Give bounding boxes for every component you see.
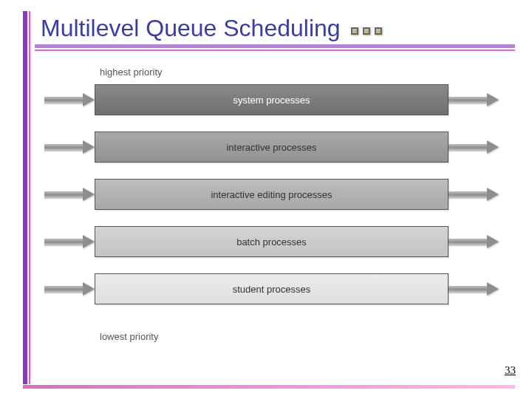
slide-title: Multilevel Queue Scheduling — [41, 15, 341, 42]
arrow-in-icon — [44, 237, 95, 246]
arrow-out-icon — [449, 190, 499, 199]
queue-label: system processes — [233, 95, 310, 106]
queue-label: student processes — [233, 284, 311, 295]
queue-row: system processes — [44, 83, 499, 117]
slide: Multilevel Queue Scheduling highest prio… — [0, 0, 532, 399]
arrow-in-icon — [44, 143, 95, 151]
vertical-accent-purple — [23, 11, 27, 384]
queue-box-student: student processes — [95, 273, 449, 304]
arrow-in-icon — [44, 284, 95, 293]
page-number: 33 — [505, 364, 516, 377]
arrow-out-icon — [449, 237, 499, 246]
arrow-out-icon — [449, 143, 499, 151]
queue-row: batch processes — [44, 225, 499, 259]
queue-label: interactive editing processes — [211, 189, 332, 200]
queue-label: batch processes — [236, 236, 307, 248]
arrow-in-icon — [44, 190, 95, 199]
queue-box-batch: batch processes — [95, 226, 449, 257]
arrow-in-icon — [44, 95, 95, 104]
title-underline-purple — [35, 44, 515, 48]
queue-row: student processes — [44, 272, 499, 306]
arrow-out-icon — [449, 95, 499, 104]
arrow-out-icon — [449, 284, 499, 293]
queue-list: system processes interactive processes — [44, 83, 499, 319]
queue-row: interactive editing processes — [44, 177, 499, 211]
queue-box-interactive: interactive processes — [95, 132, 449, 163]
queue-label: interactive processes — [226, 142, 316, 153]
lowest-priority-label: lowest priority — [100, 331, 158, 342]
title-bullets-icon — [351, 27, 382, 35]
title-underline-pink — [35, 50, 515, 51]
highest-priority-label: highest priority — [100, 66, 163, 78]
queue-row: interactive processes — [44, 130, 499, 164]
queue-box-interactive-editing: interactive editing processes — [95, 179, 449, 210]
queue-box-system: system processes — [95, 84, 449, 115]
vertical-accent-pink — [29, 11, 30, 384]
bottom-accent-bar — [23, 385, 515, 389]
